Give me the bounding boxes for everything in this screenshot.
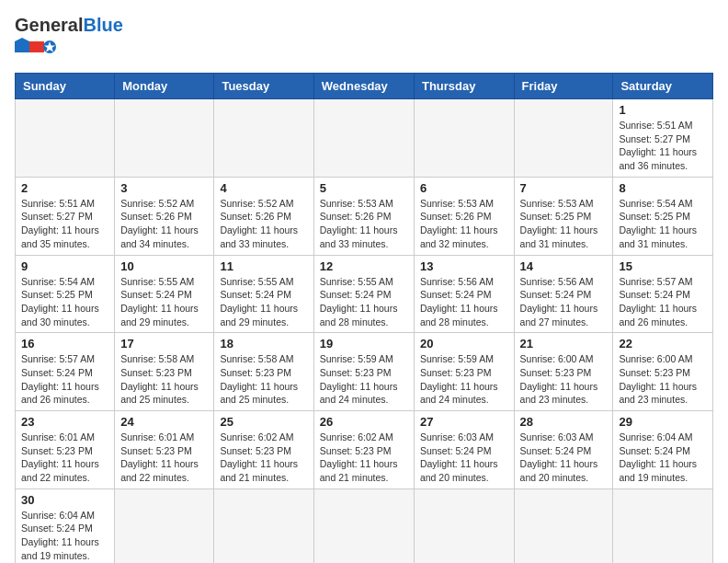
day-number: 4 <box>220 181 307 195</box>
day-info: Sunrise: 6:01 AM Sunset: 5:23 PM Dayligh… <box>21 431 108 485</box>
logo-general: General <box>15 15 83 35</box>
day-info: Sunrise: 6:00 AM Sunset: 5:23 PM Dayligh… <box>619 352 707 407</box>
day-number: 10 <box>120 259 208 273</box>
day-number: 23 <box>21 415 108 429</box>
day-number: 30 <box>21 493 108 507</box>
calendar-cell: 25Sunrise: 6:02 AM Sunset: 5:23 PM Dayli… <box>214 411 313 489</box>
weekday-header-sunday: Sunday <box>16 74 115 99</box>
calendar-cell <box>414 488 514 563</box>
calendar-week-row: 30Sunrise: 6:04 AM Sunset: 5:24 PM Dayli… <box>16 488 713 563</box>
calendar-cell <box>613 488 713 563</box>
calendar-body: 1Sunrise: 5:51 AM Sunset: 5:27 PM Daylig… <box>16 99 713 564</box>
day-number: 21 <box>520 337 608 350</box>
day-info: Sunrise: 5:57 AM Sunset: 5:24 PM Dayligh… <box>619 275 707 329</box>
day-info: Sunrise: 6:01 AM Sunset: 5:23 PM Dayligh… <box>120 431 208 485</box>
calendar-cell: 1Sunrise: 5:51 AM Sunset: 5:27 PM Daylig… <box>613 99 713 178</box>
svg-rect-0 <box>15 41 29 52</box>
calendar-header: SundayMondayTuesdayWednesdayThursdayFrid… <box>16 74 713 99</box>
day-info: Sunrise: 5:51 AM Sunset: 5:27 PM Dayligh… <box>21 197 108 251</box>
calendar-cell <box>313 488 414 563</box>
day-info: Sunrise: 6:00 AM Sunset: 5:23 PM Dayligh… <box>520 352 608 407</box>
weekday-header-friday: Friday <box>514 74 613 99</box>
weekday-header-saturday: Saturday <box>613 74 713 99</box>
day-number: 5 <box>320 181 408 195</box>
day-number: 11 <box>220 259 307 273</box>
calendar-cell <box>214 99 313 178</box>
calendar-cell: 4Sunrise: 5:52 AM Sunset: 5:26 PM Daylig… <box>214 177 313 255</box>
day-number: 1 <box>619 103 707 117</box>
logo-area: GeneralBlue <box>15 15 123 62</box>
calendar-cell: 2Sunrise: 5:51 AM Sunset: 5:27 PM Daylig… <box>16 177 115 255</box>
day-info: Sunrise: 5:51 AM Sunset: 5:27 PM Dayligh… <box>619 119 707 173</box>
day-info: Sunrise: 5:59 AM Sunset: 5:23 PM Dayligh… <box>420 352 508 407</box>
header: GeneralBlue <box>15 15 713 62</box>
day-number: 14 <box>520 259 608 273</box>
day-number: 28 <box>520 415 608 429</box>
calendar-cell: 11Sunrise: 5:55 AM Sunset: 5:24 PM Dayli… <box>214 255 313 333</box>
day-number: 15 <box>619 259 707 273</box>
calendar-cell <box>115 488 214 563</box>
day-info: Sunrise: 6:03 AM Sunset: 5:24 PM Dayligh… <box>420 431 508 485</box>
generalblue-icon <box>15 38 61 58</box>
calendar-cell: 24Sunrise: 6:01 AM Sunset: 5:23 PM Dayli… <box>115 411 214 489</box>
logo-text: GeneralBlue <box>15 15 123 36</box>
calendar-table: SundayMondayTuesdayWednesdayThursdayFrid… <box>15 73 713 563</box>
calendar-cell <box>16 99 115 178</box>
calendar-cell <box>414 99 514 178</box>
day-info: Sunrise: 5:54 AM Sunset: 5:25 PM Dayligh… <box>619 197 707 251</box>
day-info: Sunrise: 5:53 AM Sunset: 5:25 PM Dayligh… <box>520 197 608 251</box>
day-info: Sunrise: 5:56 AM Sunset: 5:24 PM Dayligh… <box>420 275 508 329</box>
weekday-header-thursday: Thursday <box>414 74 514 99</box>
day-info: Sunrise: 5:58 AM Sunset: 5:23 PM Dayligh… <box>120 352 208 407</box>
day-info: Sunrise: 5:59 AM Sunset: 5:23 PM Dayligh… <box>320 352 408 407</box>
calendar-cell: 17Sunrise: 5:58 AM Sunset: 5:23 PM Dayli… <box>115 333 214 411</box>
calendar-cell: 5Sunrise: 5:53 AM Sunset: 5:26 PM Daylig… <box>313 177 414 255</box>
calendar-cell: 3Sunrise: 5:52 AM Sunset: 5:26 PM Daylig… <box>115 177 214 255</box>
logo-icon-area <box>15 38 123 62</box>
calendar-cell: 10Sunrise: 5:55 AM Sunset: 5:24 PM Dayli… <box>115 255 214 333</box>
day-number: 26 <box>320 415 408 429</box>
day-number: 12 <box>320 259 408 273</box>
weekday-header-monday: Monday <box>115 74 214 99</box>
calendar-cell: 15Sunrise: 5:57 AM Sunset: 5:24 PM Dayli… <box>613 255 713 333</box>
calendar-cell: 29Sunrise: 6:04 AM Sunset: 5:24 PM Dayli… <box>613 411 713 489</box>
logo-blue: Blue <box>83 15 122 35</box>
svg-marker-2 <box>15 38 29 41</box>
day-info: Sunrise: 5:55 AM Sunset: 5:24 PM Dayligh… <box>320 275 408 329</box>
weekday-header-tuesday: Tuesday <box>214 74 313 99</box>
day-info: Sunrise: 6:02 AM Sunset: 5:23 PM Dayligh… <box>220 431 307 485</box>
calendar-cell: 30Sunrise: 6:04 AM Sunset: 5:24 PM Dayli… <box>16 488 115 563</box>
day-number: 3 <box>120 181 208 195</box>
day-number: 2 <box>21 181 108 195</box>
calendar-cell <box>115 99 214 178</box>
day-number: 16 <box>21 337 108 350</box>
day-info: Sunrise: 5:52 AM Sunset: 5:26 PM Dayligh… <box>220 197 307 251</box>
day-number: 7 <box>520 181 608 195</box>
calendar-cell: 28Sunrise: 6:03 AM Sunset: 5:24 PM Dayli… <box>514 411 613 489</box>
day-number: 9 <box>21 259 108 273</box>
calendar-cell: 18Sunrise: 5:58 AM Sunset: 5:23 PM Dayli… <box>214 333 313 411</box>
calendar-cell: 21Sunrise: 6:00 AM Sunset: 5:23 PM Dayli… <box>514 333 613 411</box>
day-info: Sunrise: 5:55 AM Sunset: 5:24 PM Dayligh… <box>220 275 307 329</box>
day-number: 24 <box>120 415 208 429</box>
calendar-cell: 12Sunrise: 5:55 AM Sunset: 5:24 PM Dayli… <box>313 255 414 333</box>
day-info: Sunrise: 6:04 AM Sunset: 5:24 PM Dayligh… <box>619 431 707 485</box>
calendar-cell: 26Sunrise: 6:02 AM Sunset: 5:23 PM Dayli… <box>313 411 414 489</box>
day-info: Sunrise: 5:53 AM Sunset: 5:26 PM Dayligh… <box>320 197 408 251</box>
day-number: 6 <box>420 181 508 195</box>
weekday-header-wednesday: Wednesday <box>313 74 414 99</box>
day-info: Sunrise: 6:02 AM Sunset: 5:23 PM Dayligh… <box>320 431 408 485</box>
day-info: Sunrise: 5:58 AM Sunset: 5:23 PM Dayligh… <box>220 352 307 407</box>
calendar-cell: 9Sunrise: 5:54 AM Sunset: 5:25 PM Daylig… <box>16 255 115 333</box>
weekday-row: SundayMondayTuesdayWednesdayThursdayFrid… <box>16 74 713 99</box>
calendar-cell: 27Sunrise: 6:03 AM Sunset: 5:24 PM Dayli… <box>414 411 514 489</box>
calendar-cell: 22Sunrise: 6:00 AM Sunset: 5:23 PM Dayli… <box>613 333 713 411</box>
logo: GeneralBlue <box>15 15 123 62</box>
calendar-cell: 20Sunrise: 5:59 AM Sunset: 5:23 PM Dayli… <box>414 333 514 411</box>
calendar-cell: 6Sunrise: 5:53 AM Sunset: 5:26 PM Daylig… <box>414 177 514 255</box>
day-number: 29 <box>619 415 707 429</box>
day-info: Sunrise: 5:57 AM Sunset: 5:24 PM Dayligh… <box>21 352 108 407</box>
day-info: Sunrise: 6:03 AM Sunset: 5:24 PM Dayligh… <box>520 431 608 485</box>
calendar-cell: 16Sunrise: 5:57 AM Sunset: 5:24 PM Dayli… <box>16 333 115 411</box>
day-number: 20 <box>420 337 508 350</box>
